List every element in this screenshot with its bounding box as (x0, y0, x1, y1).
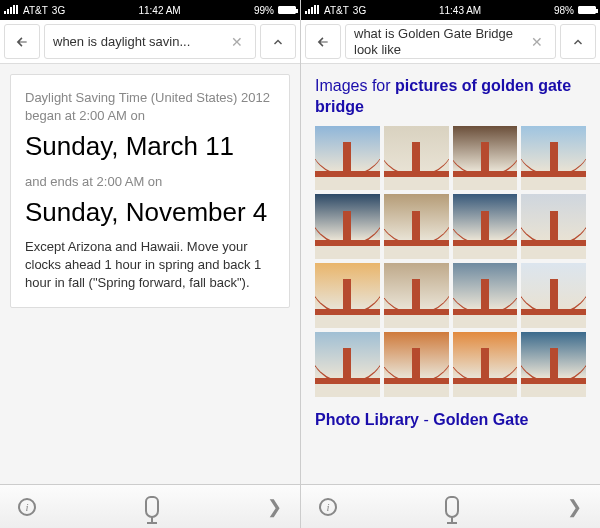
image-result-thumb[interactable] (384, 332, 449, 397)
card-mid-text: and ends at 2:00 AM on (25, 173, 275, 191)
image-result-thumb[interactable] (384, 263, 449, 328)
bottom-bar: i ❯ (0, 484, 300, 528)
content-area: Daylight Saving Time (United States) 201… (0, 64, 300, 484)
result-link[interactable]: Photo Library - Golden Gate (311, 397, 590, 429)
info-button[interactable]: i (18, 498, 36, 516)
image-result-thumb[interactable] (315, 263, 380, 328)
clock-label: 11:42 AM (138, 5, 180, 16)
image-result-thumb[interactable] (315, 332, 380, 397)
search-query-text: what is Golden Gate Bridge look like (354, 26, 527, 57)
search-input[interactable]: when is daylight savin... ✕ (44, 24, 256, 59)
battery-icon (278, 6, 296, 14)
battery-icon (578, 6, 596, 14)
phone-right: AT&T 3G 11:43 AM 98% what is Golden Gate… (300, 0, 600, 528)
link-sep: - (419, 411, 433, 428)
next-button[interactable]: ❯ (567, 496, 582, 518)
collapse-button[interactable] (560, 24, 596, 59)
collapse-button[interactable] (260, 24, 296, 59)
image-result-thumb[interactable] (521, 263, 586, 328)
network-icon: 3G (353, 5, 366, 16)
signal-bars-icon (305, 5, 320, 16)
content-area: Images for pictures of golden gate bridg… (301, 64, 600, 484)
phone-left: AT&T 3G 11:42 AM 99% when is daylight sa… (0, 0, 300, 528)
clock-label: 11:43 AM (439, 5, 481, 16)
image-result-thumb[interactable] (384, 194, 449, 259)
start-date: Sunday, March 11 (25, 131, 275, 162)
info-button[interactable]: i (319, 498, 337, 516)
search-bar: when is daylight savin... ✕ (0, 20, 300, 64)
status-bar: AT&T 3G 11:42 AM 99% (0, 0, 300, 20)
heading-prefix: Images for (315, 77, 395, 94)
image-result-thumb[interactable] (521, 332, 586, 397)
image-result-thumb[interactable] (315, 194, 380, 259)
back-button[interactable] (4, 24, 40, 59)
battery-pct-label: 98% (554, 5, 574, 16)
image-result-thumb[interactable] (315, 126, 380, 191)
images-results-heading[interactable]: Images for pictures of golden gate bridg… (311, 74, 590, 126)
image-result-thumb[interactable] (453, 263, 518, 328)
image-result-thumb[interactable] (521, 194, 586, 259)
voice-search-button[interactable] (145, 496, 159, 518)
status-bar: AT&T 3G 11:43 AM 98% (301, 0, 600, 20)
image-result-thumb[interactable] (384, 126, 449, 191)
card-note-text: Except Arizona and Hawaii. Move your clo… (25, 238, 275, 293)
clear-search-button[interactable]: ✕ (527, 34, 547, 50)
back-button[interactable] (305, 24, 341, 59)
image-result-thumb[interactable] (521, 126, 586, 191)
end-date: Sunday, November 4 (25, 197, 275, 228)
signal-bars-icon (4, 5, 19, 16)
search-bar: what is Golden Gate Bridge look like ✕ (301, 20, 600, 64)
carrier-label: AT&T (324, 5, 349, 16)
carrier-label: AT&T (23, 5, 48, 16)
next-button[interactable]: ❯ (267, 496, 282, 518)
answer-card: Daylight Saving Time (United States) 201… (10, 74, 290, 308)
clear-search-button[interactable]: ✕ (227, 34, 247, 50)
bottom-bar: i ❯ (301, 484, 600, 528)
image-result-thumb[interactable] (453, 332, 518, 397)
card-lead-text: Daylight Saving Time (United States) 201… (25, 89, 275, 125)
link-title: Golden Gate (433, 411, 528, 428)
network-icon: 3G (52, 5, 65, 16)
battery-pct-label: 99% (254, 5, 274, 16)
image-result-thumb[interactable] (453, 194, 518, 259)
search-query-text: when is daylight savin... (53, 34, 227, 50)
image-results-grid (311, 126, 590, 397)
link-source: Photo Library (315, 411, 419, 428)
image-result-thumb[interactable] (453, 126, 518, 191)
voice-search-button[interactable] (445, 496, 459, 518)
search-input[interactable]: what is Golden Gate Bridge look like ✕ (345, 24, 556, 59)
